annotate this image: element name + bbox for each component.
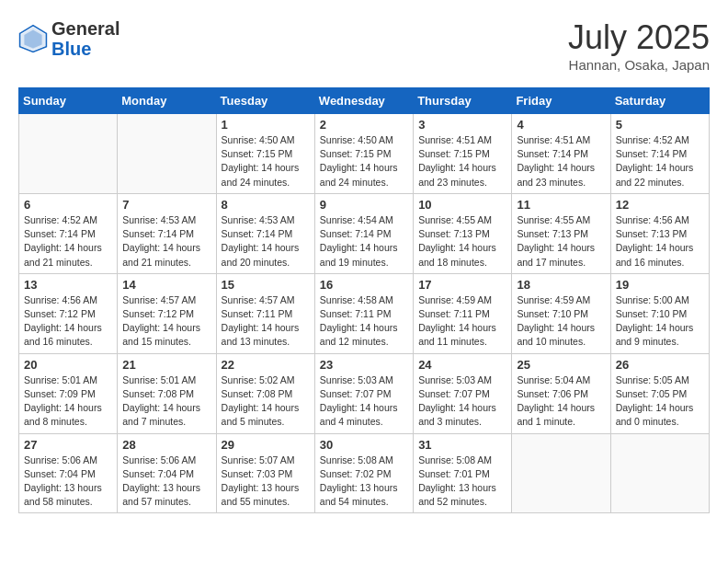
calendar-cell: 17Sunrise: 4:59 AMSunset: 7:11 PMDayligh…: [414, 273, 512, 353]
day-number: 10: [418, 198, 506, 212]
day-info: Sunrise: 4:50 AMSunset: 7:15 PMDaylight:…: [320, 133, 408, 190]
calendar-cell: 2Sunrise: 4:50 AMSunset: 7:15 PMDaylight…: [314, 114, 413, 194]
calendar-cell: 27Sunrise: 5:06 AMSunset: 7:04 PMDayligh…: [19, 433, 118, 513]
calendar-cell: 23Sunrise: 5:03 AMSunset: 7:07 PMDayligh…: [314, 353, 413, 433]
day-number: 1: [222, 118, 310, 132]
day-info: Sunrise: 4:59 AMSunset: 7:11 PMDaylight:…: [418, 293, 506, 350]
day-info: Sunrise: 4:54 AMSunset: 7:14 PMDaylight:…: [320, 213, 408, 270]
day-info: Sunrise: 4:53 AMSunset: 7:14 PMDaylight:…: [122, 213, 210, 270]
day-number: 12: [616, 198, 704, 212]
day-number: 31: [418, 438, 506, 452]
day-number: 17: [418, 278, 506, 292]
day-info: Sunrise: 4:55 AMSunset: 7:13 PMDaylight:…: [418, 213, 506, 270]
week-row-3: 13Sunrise: 4:56 AMSunset: 7:12 PMDayligh…: [19, 273, 710, 353]
calendar-cell: 20Sunrise: 5:01 AMSunset: 7:09 PMDayligh…: [19, 353, 118, 433]
calendar-cell: 5Sunrise: 4:52 AMSunset: 7:14 PMDaylight…: [610, 114, 709, 194]
calendar-cell: 14Sunrise: 4:57 AMSunset: 7:12 PMDayligh…: [118, 273, 216, 353]
day-info: Sunrise: 5:05 AMSunset: 7:05 PMDaylight:…: [616, 373, 704, 430]
weekday-header-monday: Monday: [118, 88, 216, 114]
day-number: 11: [517, 198, 605, 212]
day-number: 19: [616, 278, 704, 292]
weekday-header-sunday: Sunday: [19, 88, 118, 114]
day-number: 5: [616, 118, 704, 132]
day-info: Sunrise: 4:51 AMSunset: 7:14 PMDaylight:…: [517, 133, 605, 190]
day-number: 21: [122, 358, 210, 372]
day-number: 18: [517, 278, 605, 292]
day-number: 3: [418, 118, 506, 132]
day-number: 26: [616, 358, 704, 372]
month-title: July 2025: [568, 18, 710, 57]
calendar-cell: 8Sunrise: 4:53 AMSunset: 7:14 PMDaylight…: [216, 193, 314, 273]
week-row-4: 20Sunrise: 5:01 AMSunset: 7:09 PMDayligh…: [19, 353, 710, 433]
calendar-cell: 30Sunrise: 5:08 AMSunset: 7:02 PMDayligh…: [314, 433, 413, 513]
calendar-cell: [19, 114, 118, 194]
day-number: 24: [418, 358, 506, 372]
day-info: Sunrise: 4:50 AMSunset: 7:15 PMDaylight:…: [222, 133, 310, 190]
day-info: Sunrise: 4:57 AMSunset: 7:11 PMDaylight:…: [222, 293, 310, 350]
calendar-cell: 26Sunrise: 5:05 AMSunset: 7:05 PMDayligh…: [610, 353, 709, 433]
day-number: 13: [24, 278, 112, 292]
day-number: 14: [122, 278, 210, 292]
day-number: 23: [320, 358, 408, 372]
calendar-cell: 11Sunrise: 4:55 AMSunset: 7:13 PMDayligh…: [512, 193, 610, 273]
logo-icon: [18, 24, 48, 53]
day-info: Sunrise: 5:07 AMSunset: 7:03 PMDaylight:…: [222, 454, 310, 510]
day-info: Sunrise: 5:04 AMSunset: 7:06 PMDaylight:…: [517, 373, 605, 430]
logo: General Blue: [18, 18, 119, 59]
weekday-header-row: SundayMondayTuesdayWednesdayThursdayFrid…: [19, 88, 710, 114]
day-info: Sunrise: 5:03 AMSunset: 7:07 PMDaylight:…: [418, 373, 506, 430]
calendar-cell: 3Sunrise: 4:51 AMSunset: 7:15 PMDaylight…: [414, 114, 512, 194]
calendar-cell: 31Sunrise: 5:08 AMSunset: 7:01 PMDayligh…: [414, 433, 512, 513]
day-info: Sunrise: 4:57 AMSunset: 7:12 PMDaylight:…: [122, 293, 210, 350]
calendar-cell: 29Sunrise: 5:07 AMSunset: 7:03 PMDayligh…: [216, 433, 314, 513]
logo-text: General Blue: [51, 18, 119, 59]
calendar-cell: 12Sunrise: 4:56 AMSunset: 7:13 PMDayligh…: [610, 193, 709, 273]
weekday-header-saturday: Saturday: [610, 88, 709, 114]
day-number: 25: [517, 358, 605, 372]
calendar-cell: 19Sunrise: 5:00 AMSunset: 7:10 PMDayligh…: [610, 273, 709, 353]
calendar-cell: 21Sunrise: 5:01 AMSunset: 7:08 PMDayligh…: [118, 353, 216, 433]
title-block: July 2025 Hannan, Osaka, Japan: [568, 18, 710, 73]
day-info: Sunrise: 5:03 AMSunset: 7:07 PMDaylight:…: [320, 373, 408, 430]
calendar-cell: 7Sunrise: 4:53 AMSunset: 7:14 PMDaylight…: [118, 193, 216, 273]
day-number: 20: [24, 358, 112, 372]
day-number: 6: [24, 198, 112, 212]
day-info: Sunrise: 5:06 AMSunset: 7:04 PMDaylight:…: [24, 454, 112, 510]
day-number: 28: [122, 438, 210, 452]
day-number: 7: [122, 198, 210, 212]
calendar-cell: [118, 114, 216, 194]
calendar-cell: 6Sunrise: 4:52 AMSunset: 7:14 PMDaylight…: [19, 193, 118, 273]
calendar-cell: 1Sunrise: 4:50 AMSunset: 7:15 PMDaylight…: [216, 114, 314, 194]
day-number: 22: [222, 358, 310, 372]
calendar-cell: 22Sunrise: 5:02 AMSunset: 7:08 PMDayligh…: [216, 353, 314, 433]
weekday-header-friday: Friday: [512, 88, 610, 114]
weekday-header-wednesday: Wednesday: [314, 88, 413, 114]
day-info: Sunrise: 5:01 AMSunset: 7:09 PMDaylight:…: [24, 373, 112, 430]
calendar: SundayMondayTuesdayWednesdayThursdayFrid…: [18, 87, 710, 513]
page-header: General Blue July 2025 Hannan, Osaka, Ja…: [18, 18, 710, 73]
day-info: Sunrise: 4:56 AMSunset: 7:13 PMDaylight:…: [616, 213, 704, 270]
calendar-cell: 25Sunrise: 5:04 AMSunset: 7:06 PMDayligh…: [512, 353, 610, 433]
day-info: Sunrise: 5:08 AMSunset: 7:02 PMDaylight:…: [320, 454, 408, 510]
day-info: Sunrise: 4:51 AMSunset: 7:15 PMDaylight:…: [418, 133, 506, 190]
day-number: 9: [320, 198, 408, 212]
day-number: 27: [24, 438, 112, 452]
day-number: 15: [222, 278, 310, 292]
day-number: 2: [320, 118, 408, 132]
day-number: 30: [320, 438, 408, 452]
week-row-2: 6Sunrise: 4:52 AMSunset: 7:14 PMDaylight…: [19, 193, 710, 273]
day-info: Sunrise: 4:52 AMSunset: 7:14 PMDaylight:…: [24, 213, 112, 270]
day-info: Sunrise: 4:56 AMSunset: 7:12 PMDaylight:…: [24, 293, 112, 350]
day-info: Sunrise: 4:55 AMSunset: 7:13 PMDaylight:…: [517, 213, 605, 270]
logo-blue: Blue: [51, 39, 119, 59]
calendar-cell: 18Sunrise: 4:59 AMSunset: 7:10 PMDayligh…: [512, 273, 610, 353]
day-number: 4: [517, 118, 605, 132]
calendar-cell: 15Sunrise: 4:57 AMSunset: 7:11 PMDayligh…: [216, 273, 314, 353]
day-number: 29: [222, 438, 310, 452]
calendar-cell: [512, 433, 610, 513]
calendar-cell: 24Sunrise: 5:03 AMSunset: 7:07 PMDayligh…: [414, 353, 512, 433]
week-row-5: 27Sunrise: 5:06 AMSunset: 7:04 PMDayligh…: [19, 433, 710, 513]
day-info: Sunrise: 4:53 AMSunset: 7:14 PMDaylight:…: [222, 213, 310, 270]
calendar-cell: [610, 433, 709, 513]
location: Hannan, Osaka, Japan: [568, 57, 710, 73]
